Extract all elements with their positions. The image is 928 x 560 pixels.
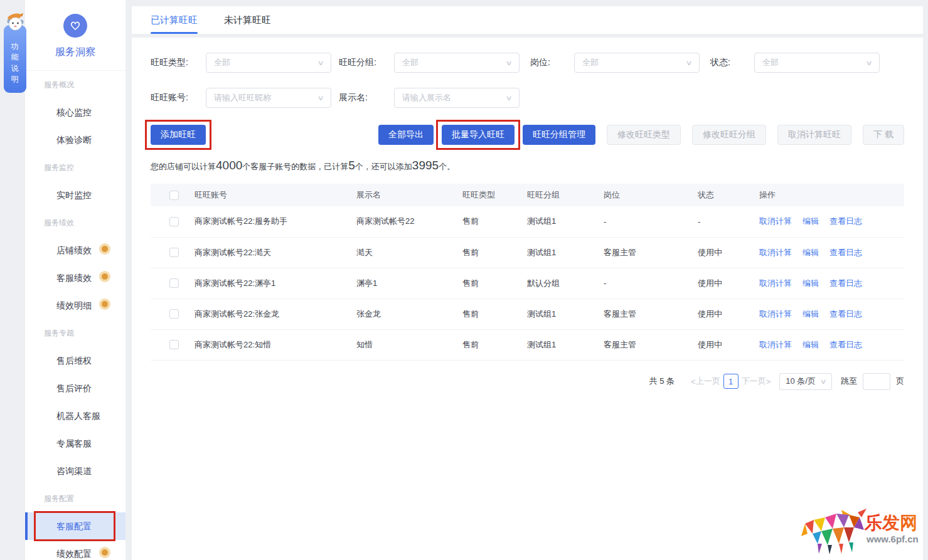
quota-text: 个。	[439, 162, 455, 171]
col-header-actions: 操作	[759, 184, 904, 206]
input-placeholder: 请输入展示名	[402, 92, 451, 103]
sidebar-item-experience-diagnosis[interactable]: 体验诊断	[25, 126, 125, 154]
watermark-url: www.6pf.cn	[866, 534, 919, 544]
cell-group: 默认分组	[527, 268, 604, 298]
row-checkbox[interactable]	[169, 340, 179, 349]
group-manage-button[interactable]: 旺旺分组管理	[523, 125, 595, 145]
cancel-calc-link[interactable]: 取消计算	[759, 340, 792, 349]
prev-page-button[interactable]: 上一页	[696, 376, 720, 387]
cancel-calc-button[interactable]: 取消计算旺旺	[777, 125, 851, 145]
sidebar-item-label: 客服绩效	[56, 273, 92, 283]
bull-logo-icon: 乐发网 www.6pf.cn	[800, 505, 919, 555]
wangwang-group-select[interactable]: 全部∨	[394, 53, 520, 73]
batch-import-annotated: 批量导入旺旺	[442, 125, 515, 145]
jump-page-input[interactable]	[863, 373, 890, 390]
cancel-calc-link[interactable]: 取消计算	[759, 248, 792, 257]
sidebar-header: 服务洞察	[25, 0, 125, 71]
filter-label: 旺旺账号:	[151, 92, 206, 103]
current-page-button[interactable]: 1	[723, 374, 739, 389]
table-row: 商家测试帐号22:张金龙 张金龙 售前 测试组1 客服主管 使用中 取消计算编辑…	[151, 298, 904, 329]
sidebar-item-robot-service[interactable]: 机器人客服	[25, 402, 125, 430]
filter-label: 展示名:	[339, 92, 394, 103]
modify-group-button[interactable]: 修改旺旺分组	[692, 125, 766, 145]
sidebar-section-overview: 服务概况	[25, 71, 125, 98]
page-size-select[interactable]: 10 条/页∨	[779, 373, 832, 390]
edit-link[interactable]: 编辑	[803, 248, 819, 257]
wangwang-account-input[interactable]: 请输入旺旺昵称∨	[206, 88, 331, 108]
helper-badge-label[interactable]: 功能说明	[4, 25, 26, 93]
sidebar-item-aftersale-rights[interactable]: 售后维权	[25, 347, 125, 374]
tab-uncalculated-wangwang[interactable]: 未计算旺旺	[224, 6, 271, 34]
jump-label: 跳至	[841, 376, 857, 387]
next-page-button[interactable]: 下一页	[742, 376, 766, 387]
chevron-down-icon: ∨	[819, 378, 826, 386]
filter-wangwang-account: 旺旺账号: 请输入旺旺昵称∨	[151, 88, 331, 108]
select-all-checkbox[interactable]	[169, 191, 179, 200]
table-row: 商家测试帐号22:澔天 澔天 售前 测试组1 客服主管 使用中 取消计算编辑查看…	[151, 237, 904, 268]
col-header-account: 旺旺账号	[195, 184, 356, 206]
display-name-input[interactable]: 请输入展示名∨	[394, 88, 520, 108]
view-log-link[interactable]: 查看日志	[829, 309, 862, 319]
add-wangwang-button[interactable]: 添加旺旺	[151, 125, 206, 145]
view-log-link[interactable]: 查看日志	[829, 278, 862, 288]
next-arrow-icon: >	[766, 377, 771, 386]
mascot-icon	[5, 13, 26, 31]
sidebar-item-label: 店铺绩效	[56, 245, 92, 255]
filter-position: 岗位: 全部∨	[530, 53, 700, 73]
row-checkbox[interactable]	[169, 217, 179, 226]
modify-type-button[interactable]: 修改旺旺类型	[607, 125, 681, 145]
service-insight-logo	[63, 14, 87, 38]
sidebar-item-performance-detail[interactable]: 绩效明细	[25, 292, 125, 319]
sidebar-item-shop-performance[interactable]: 店铺绩效	[25, 236, 125, 264]
input-placeholder: 请输入旺旺昵称	[214, 92, 271, 103]
sidebar-item-exclusive-service[interactable]: 专属客服	[25, 430, 125, 457]
tab-calculated-wangwang[interactable]: 已计算旺旺	[151, 6, 198, 34]
cell-account: 商家测试帐号22:服务助手	[195, 206, 356, 237]
row-checkbox[interactable]	[169, 278, 179, 288]
view-log-link[interactable]: 查看日志	[829, 216, 862, 226]
edit-link[interactable]: 编辑	[803, 340, 819, 349]
wangwang-type-select[interactable]: 全部∨	[206, 53, 331, 73]
row-checkbox[interactable]	[169, 248, 179, 257]
sidebar-item-consult-channel[interactable]: 咨询渠道	[25, 457, 125, 485]
quota-left: 3995	[412, 159, 439, 172]
edit-link[interactable]: 编辑	[803, 278, 819, 288]
sidebar-item-performance-config[interactable]: 绩效配置	[25, 540, 125, 560]
cancel-calc-link[interactable]: 取消计算	[759, 309, 792, 319]
cell-status: 使用中	[698, 237, 759, 268]
sidebar-item-agent-config[interactable]: 客服配置	[25, 512, 125, 540]
sidebar-item-realtime-monitoring[interactable]: 实时监控	[25, 181, 125, 209]
chevron-down-icon: ∨	[505, 94, 512, 102]
cell-group: 测试组1	[527, 329, 604, 360]
cancel-calc-link[interactable]: 取消计算	[759, 278, 792, 288]
sidebar-item-label: 售后评价	[56, 383, 92, 393]
cell-display: 知惜	[356, 329, 462, 360]
batch-import-button[interactable]: 批量导入旺旺	[442, 125, 515, 145]
download-button[interactable]: 下 载	[863, 125, 904, 145]
cell-display: 商家测试帐号22	[356, 206, 462, 237]
sidebar-item-aftersale-review[interactable]: 售后评价	[25, 374, 125, 402]
view-log-link[interactable]: 查看日志	[829, 248, 862, 257]
chevron-down-icon: ∨	[865, 59, 872, 67]
edit-link[interactable]: 编辑	[803, 309, 819, 319]
helper-widget[interactable]: 功能说明	[4, 9, 28, 93]
position-select[interactable]: 全部∨	[574, 53, 700, 73]
row-checkbox[interactable]	[169, 309, 179, 319]
sidebar-section-monitoring: 服务监控	[25, 154, 125, 181]
cell-position: 客服主管	[604, 329, 698, 360]
watermark-logo: 乐发网 www.6pf.cn	[800, 505, 919, 557]
sidebar-item-core-monitoring[interactable]: 核心监控	[25, 98, 125, 126]
sidebar: 服务洞察 服务概况 核心监控 体验诊断 服务监控 实时监控 服务绩效 店铺绩效 …	[25, 0, 125, 560]
cell-type: 售前	[462, 237, 527, 268]
sidebar-item-agent-performance[interactable]: 客服绩效	[25, 264, 125, 292]
filter-status: 状态: 全部∨	[710, 53, 880, 73]
view-log-link[interactable]: 查看日志	[829, 340, 862, 349]
chevron-down-icon: ∨	[685, 59, 692, 67]
active-indicator-bar	[25, 512, 28, 540]
select-value: 全部	[402, 57, 419, 68]
edit-link[interactable]: 编辑	[803, 216, 819, 226]
cancel-calc-link[interactable]: 取消计算	[759, 216, 792, 226]
export-all-button[interactable]: 全部导出	[378, 125, 434, 145]
filter-display-name: 展示名: 请输入展示名∨	[339, 88, 520, 108]
status-select[interactable]: 全部∨	[754, 53, 880, 73]
